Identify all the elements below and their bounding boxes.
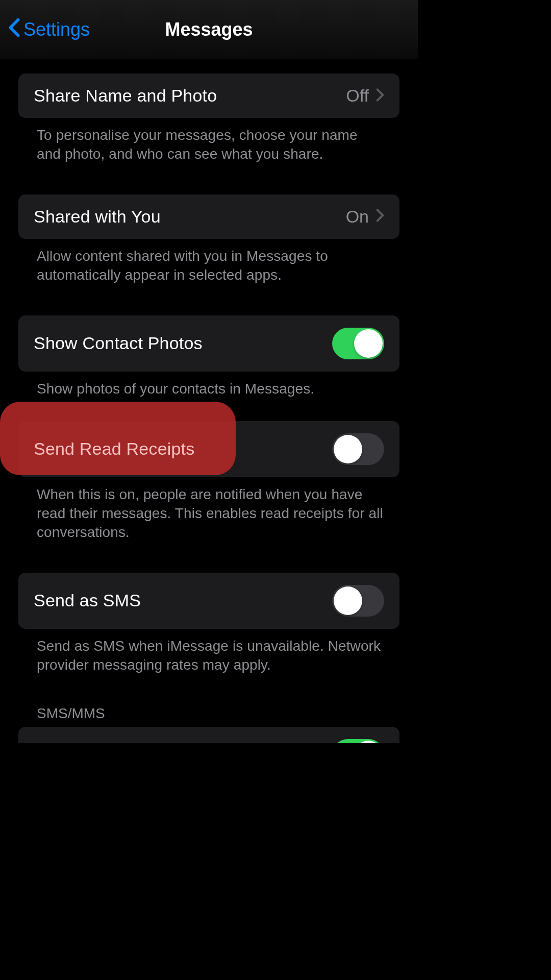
settings-content: Share Name and Photo Off To personalise … [0, 74, 418, 743]
shared-with-you-row[interactable]: Shared with You On [18, 194, 399, 239]
toggle-knob [354, 329, 383, 358]
row-value: Off [346, 86, 369, 106]
toggle-knob [334, 586, 362, 615]
share-name-photo-section: Share Name and Photo Off To personalise … [18, 74, 399, 164]
row-label: Show Contact Photos [34, 333, 203, 353]
mms-messaging-toggle[interactable] [332, 739, 384, 743]
mms-messaging-row: MMS Messaging [18, 727, 399, 743]
highlight-overlay [0, 402, 236, 475]
sms-mms-section: SMS/MMS MMS Messaging [18, 705, 399, 743]
send-as-sms-row: Send as SMS [18, 573, 399, 629]
chevron-right-icon [376, 208, 384, 225]
show-contact-photos-toggle[interactable] [332, 328, 384, 359]
sms-mms-header: SMS/MMS [18, 705, 399, 727]
back-label: Settings [23, 19, 90, 40]
show-contact-photos-row: Show Contact Photos [18, 315, 399, 372]
share-name-photo-row[interactable]: Share Name and Photo Off [18, 74, 399, 118]
row-label: Send Read Receipts [34, 439, 194, 459]
row-value: On [346, 207, 369, 227]
chevron-right-icon [376, 88, 384, 104]
share-name-photo-footer: To personalise your messages, choose you… [18, 118, 399, 164]
show-contact-photos-section: Show Contact Photos Show photos of your … [18, 315, 399, 399]
show-contact-photos-footer: Show photos of your contacts in Messages… [18, 372, 399, 399]
send-read-receipts-row: Send Read Receipts [18, 421, 399, 477]
send-as-sms-toggle[interactable] [332, 585, 384, 617]
toggle-knob [334, 435, 362, 463]
send-read-receipts-toggle[interactable] [332, 433, 384, 465]
row-right: On [346, 207, 384, 227]
chevron-left-icon [8, 18, 20, 42]
send-read-receipts-footer: When this is on, people are notified whe… [18, 477, 399, 542]
row-label: Share Name and Photo [34, 86, 217, 106]
send-as-sms-footer: Send as SMS when iMessage is unavailable… [18, 629, 399, 675]
shared-with-you-section: Shared with You On Allow content shared … [18, 194, 399, 285]
page-title: Messages [165, 19, 253, 40]
row-label: Send as SMS [34, 591, 141, 610]
row-right: Off [346, 86, 384, 106]
back-button[interactable]: Settings [8, 18, 90, 42]
row-label: Shared with You [34, 207, 161, 227]
nav-header: Settings Messages [0, 0, 418, 59]
send-as-sms-section: Send as SMS Send as SMS when iMessage is… [18, 573, 399, 675]
shared-with-you-footer: Allow content shared with you in Message… [18, 239, 399, 285]
toggle-knob [354, 741, 383, 743]
send-read-receipts-section: Send Read Receipts When this is on, peop… [18, 421, 399, 542]
